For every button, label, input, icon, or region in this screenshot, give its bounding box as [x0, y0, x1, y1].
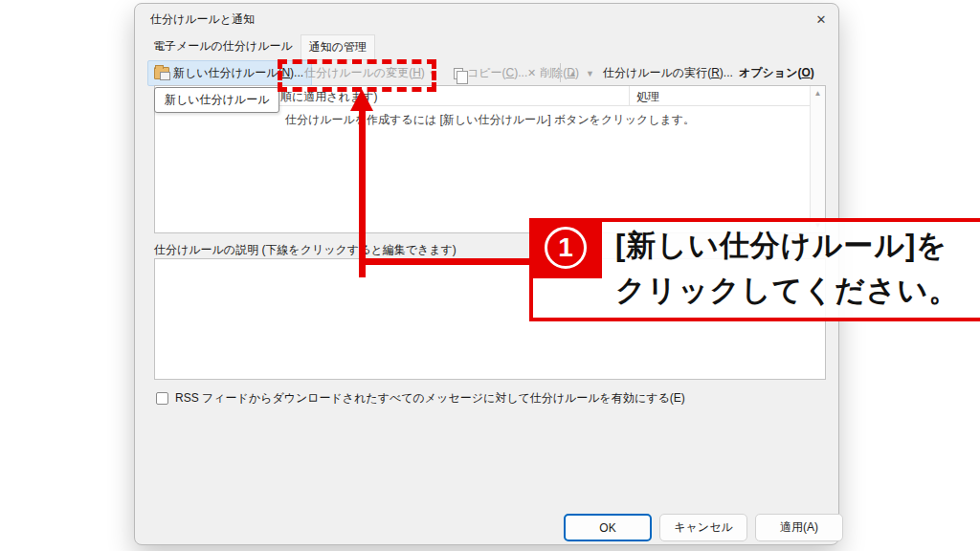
delete-icon: ✕ [527, 67, 536, 79]
copy-icon [454, 68, 463, 79]
new-rule-tooltip: 新しい仕分けルール [154, 87, 279, 113]
close-button[interactable]: ✕ [809, 8, 834, 31]
toolbar-separator [560, 63, 561, 82]
run-rules-button[interactable]: 仕分けルールの実行(R)... [603, 65, 733, 81]
cancel-button[interactable]: キャンセル [659, 514, 747, 541]
copy-label: コピー(C)... [467, 65, 527, 81]
tab-manage-alerts[interactable]: 通知の管理 [301, 34, 375, 60]
callout-text: [新しい仕分けルール]を クリックしてください。 [615, 223, 959, 313]
empty-list-message: 仕分けルールを作成するには [新しい仕分けルール] ボタンをクリックします。 [155, 112, 825, 128]
annotation-dashed-box [278, 59, 436, 92]
screenshot-root: 仕分けルールと通知 ✕ 電子メールの仕分けルール 通知の管理 新しい仕分けルール… [0, 0, 980, 551]
column-divider [629, 86, 630, 106]
callout-line1: [新しい仕分けルール]を [615, 223, 959, 268]
tab-strip: 電子メールの仕分けルール 通知の管理 [149, 34, 375, 60]
step-number: 1 [545, 227, 587, 269]
description-label: 仕分けルールの説明 (下線をクリックすると編集できます) [154, 242, 457, 258]
list-scrollbar[interactable]: ▲ ▼ [810, 86, 825, 232]
new-rule-icon [154, 67, 169, 79]
apply-button[interactable]: 適用(A) [755, 514, 843, 541]
move-down-button[interactable]: ▼ [586, 69, 594, 78]
annotation-leader-line [359, 258, 533, 265]
run-rules-label: 仕分けルールの実行(R)... [603, 65, 733, 81]
rss-checkbox-row[interactable]: RSS フィードからダウンロードされたすべてのメッセージに対して仕分けルールを有… [156, 390, 685, 407]
step-number-badge: 1 [529, 218, 602, 278]
column-header-action: 処理 [636, 89, 659, 105]
dialog-title: 仕分けルールと通知 [150, 11, 255, 28]
copy-rule-button[interactable]: コピー(C)... [454, 65, 527, 81]
options-button[interactable]: オプション(O) [739, 65, 814, 81]
apply-label: 適用(A) [780, 519, 818, 536]
annotation-arrow-line [359, 107, 366, 277]
move-up-button[interactable]: ▲ [568, 69, 577, 78]
scroll-up-icon[interactable]: ▲ [811, 89, 825, 98]
move-down-icon: ▼ [586, 69, 594, 78]
callout-line2: クリックしてください。 [615, 268, 959, 313]
ok-button[interactable]: OK [564, 514, 652, 541]
rss-checkbox-label: RSS フィードからダウンロードされたすべてのメッセージに対して仕分けルールを有… [175, 390, 685, 407]
tab-email-rules[interactable]: 電子メールの仕分けルール [149, 34, 297, 60]
annotation-callout: 1 [新しい仕分けルール]を クリックしてください。 [529, 218, 980, 321]
rules-and-alerts-dialog: 仕分けルールと通知 ✕ 電子メールの仕分けルール 通知の管理 新しい仕分けルール… [134, 3, 839, 545]
rss-checkbox[interactable] [156, 392, 168, 405]
move-up-icon: ▲ [568, 69, 577, 78]
options-label: オプション(O) [739, 65, 814, 81]
close-icon: ✕ [816, 12, 827, 27]
